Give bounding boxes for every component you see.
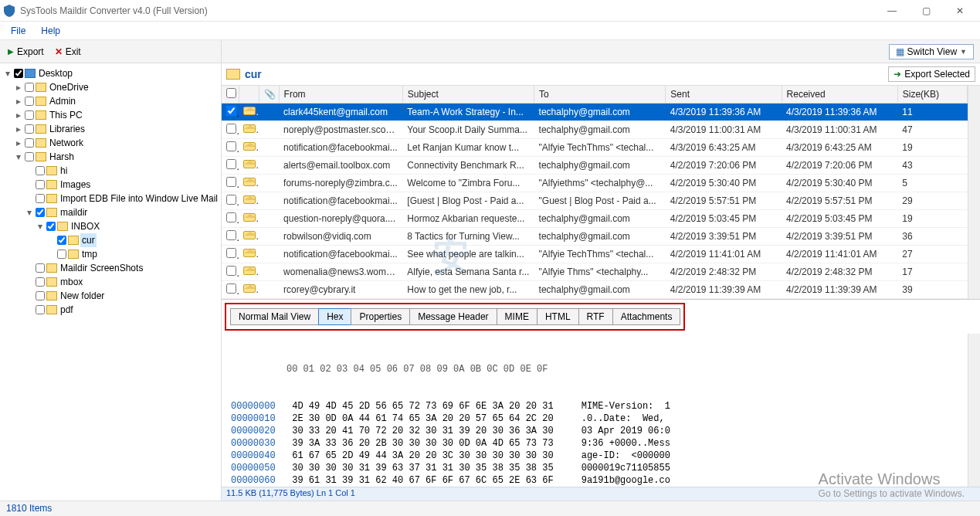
- tab-html[interactable]: HTML: [537, 308, 579, 325]
- tree-node[interactable]: ▾INBOX: [36, 219, 219, 233]
- close-button[interactable]: ✕: [943, 0, 977, 22]
- tab-normal-mail-view[interactable]: Normal Mail View: [230, 308, 319, 325]
- tab-attachments[interactable]: Attachments: [612, 308, 681, 325]
- row-checkbox[interactable]: [226, 212, 236, 222]
- select-all-checkbox[interactable]: [226, 88, 236, 98]
- tree-checkbox[interactable]: [36, 277, 45, 287]
- tree-checkbox[interactable]: [36, 305, 45, 314]
- cell: 29: [897, 192, 967, 210]
- expand-icon[interactable]: ▸: [14, 122, 23, 136]
- col-sent[interactable]: Sent: [666, 86, 782, 104]
- tab-rtf[interactable]: RTF: [578, 308, 613, 325]
- table-row[interactable]: alerts@email.toolbox.comConnectivity Ben…: [222, 157, 968, 175]
- table-row[interactable]: rcorey@cybrary.itHow to get the new job,…: [222, 281, 968, 299]
- collapse-icon[interactable]: ▾: [3, 66, 12, 80]
- menu-help[interactable]: Help: [35, 24, 66, 38]
- hex-scrollbar[interactable]: [968, 334, 980, 487]
- row-checkbox[interactable]: [226, 177, 236, 187]
- tree-node[interactable]: ▸Network: [14, 136, 219, 150]
- tree-node[interactable]: mbox: [25, 275, 219, 289]
- tab-hex[interactable]: Hex: [318, 308, 351, 325]
- tree-node[interactable]: cur: [46, 233, 219, 247]
- table-row[interactable]: notification@facebookmai...See what peop…: [222, 246, 968, 263]
- row-checkbox[interactable]: [226, 124, 236, 134]
- tab-properties[interactable]: Properties: [351, 308, 410, 325]
- col-from[interactable]: From: [279, 86, 402, 104]
- tree-node[interactable]: Import EDB File into Window Live Mail: [25, 192, 219, 205]
- row-checkbox[interactable]: [226, 230, 236, 240]
- table-row[interactable]: forums-noreply@zimbra.c...Welcome to "Zi…: [222, 175, 968, 192]
- export-button[interactable]: ▶ Export: [5, 45, 47, 59]
- col-checkbox[interactable]: [222, 86, 239, 104]
- table-row[interactable]: noreply@postmaster.scoo...Your Scoop.it …: [222, 121, 968, 139]
- tree-checkbox[interactable]: [57, 236, 66, 245]
- tab-message-header[interactable]: Message Header: [409, 308, 497, 325]
- row-checkbox[interactable]: [226, 266, 236, 276]
- tree-checkbox[interactable]: [57, 250, 66, 259]
- tree-node[interactable]: tmp: [46, 247, 219, 261]
- tree-node[interactable]: ▸OneDrive: [14, 80, 219, 94]
- tree-checkbox[interactable]: [36, 180, 45, 189]
- table-row[interactable]: notification@facebookmai...[Guest | Blog…: [222, 192, 968, 210]
- tree-node[interactable]: ▾Harsh: [14, 150, 219, 164]
- row-checkbox[interactable]: [226, 159, 236, 169]
- tree-node[interactable]: ▸Admin: [14, 94, 219, 108]
- tree-checkbox[interactable]: [25, 83, 34, 92]
- minimize-button[interactable]: —: [875, 0, 909, 22]
- col-received[interactable]: Received: [782, 86, 897, 104]
- menu-file[interactable]: File: [5, 24, 32, 38]
- tree-node[interactable]: ▸Libraries: [14, 122, 219, 136]
- expand-icon[interactable]: ▸: [14, 108, 23, 122]
- tree-checkbox[interactable]: [36, 263, 45, 273]
- tree-node[interactable]: Maildir ScreenShots: [25, 261, 219, 275]
- collapse-icon[interactable]: ▾: [36, 219, 45, 233]
- folder-tree[interactable]: ▾ Desktop ▸OneDrive▸Admin▸This PC▸Librar…: [0, 63, 222, 501]
- expand-icon[interactable]: ▸: [14, 80, 23, 94]
- tree-node[interactable]: Images: [25, 178, 219, 192]
- table-row[interactable]: robwilson@vidiq.com8 Tactics for Turning…: [222, 228, 968, 246]
- export-selected-button[interactable]: ➜ Export Selected: [888, 66, 975, 82]
- tree-checkbox[interactable]: [14, 69, 23, 78]
- expand-icon[interactable]: ▸: [14, 94, 23, 108]
- tree-node[interactable]: New folder: [25, 289, 219, 303]
- tree-node-desktop[interactable]: ▾ Desktop: [3, 66, 219, 80]
- col-icon[interactable]: [239, 86, 259, 104]
- tree-checkbox[interactable]: [36, 166, 45, 175]
- row-checkbox[interactable]: [226, 141, 236, 151]
- tab-mime[interactable]: MIME: [497, 308, 537, 325]
- tree-node[interactable]: pdf: [25, 303, 219, 317]
- col-subject[interactable]: Subject: [402, 86, 534, 104]
- col-to[interactable]: To: [534, 86, 666, 104]
- exit-button[interactable]: ✕ Exit: [52, 45, 84, 59]
- switch-view-button[interactable]: ▦ Switch View ▼: [889, 44, 974, 59]
- tree-node[interactable]: hi: [25, 164, 219, 178]
- row-checkbox[interactable]: [226, 195, 236, 205]
- table-row[interactable]: question-noreply@quora....Hormoz Akbaria…: [222, 210, 968, 228]
- col-size[interactable]: Size(KB): [897, 86, 967, 104]
- tree-checkbox[interactable]: [36, 194, 45, 203]
- expand-icon[interactable]: ▸: [14, 136, 23, 150]
- table-row[interactable]: clark445kent@gmail.comTeam-A Work Strate…: [222, 104, 968, 121]
- tree-node[interactable]: ▾maildir: [25, 205, 219, 219]
- collapse-icon[interactable]: ▾: [25, 205, 34, 219]
- table-row[interactable]: womenalia@news3.wome...Alfyie, esta Sema…: [222, 263, 968, 281]
- tree-checkbox[interactable]: [25, 138, 34, 148]
- tree-checkbox[interactable]: [25, 97, 34, 106]
- row-checkbox[interactable]: [226, 248, 236, 258]
- tree-checkbox[interactable]: [36, 291, 45, 300]
- hex-view[interactable]: 00 01 02 03 04 05 06 07 08 09 0A 0B 0C 0…: [222, 334, 968, 487]
- tree-checkbox[interactable]: [46, 222, 56, 231]
- tree-node[interactable]: ▸This PC: [14, 108, 219, 122]
- message-grid[interactable]: 📎 From Subject To Sent Received Size(KB)…: [222, 86, 968, 299]
- maximize-button[interactable]: ▢: [909, 0, 943, 22]
- row-checkbox[interactable]: [226, 283, 236, 294]
- table-row[interactable]: notification@facebookmai...Let Ranjan Ku…: [222, 139, 968, 157]
- collapse-icon[interactable]: ▾: [14, 150, 23, 164]
- tree-checkbox[interactable]: [25, 124, 34, 134]
- grid-scrollbar[interactable]: [968, 86, 980, 299]
- tree-checkbox[interactable]: [25, 152, 34, 161]
- tree-checkbox[interactable]: [36, 208, 45, 217]
- col-attach[interactable]: 📎: [259, 86, 279, 104]
- row-checkbox[interactable]: [226, 106, 236, 116]
- tree-checkbox[interactable]: [25, 110, 34, 120]
